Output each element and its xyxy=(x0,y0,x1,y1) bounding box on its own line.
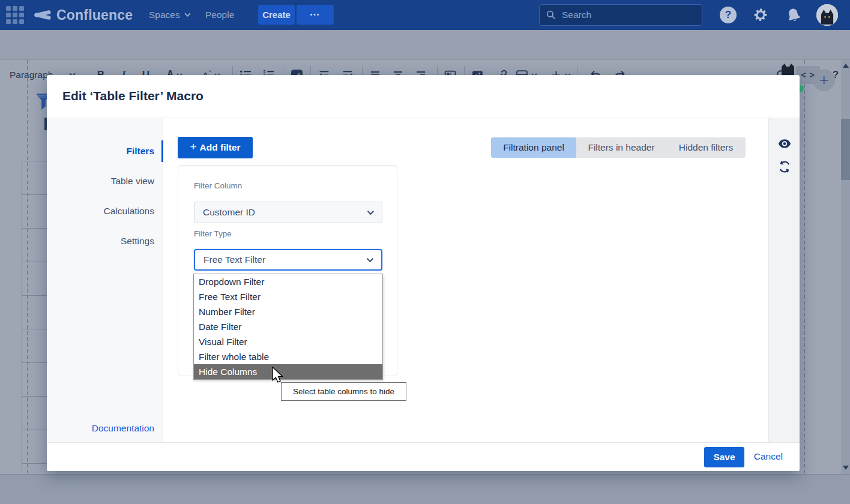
dialog-right-rail xyxy=(768,118,800,442)
option-hide-columns[interactable]: Hide Columns xyxy=(194,364,382,379)
nav-more-button[interactable]: ••• xyxy=(297,5,334,25)
filter-column-select[interactable]: Customer ID xyxy=(194,202,382,223)
option-tooltip: Select table columns to hide xyxy=(281,382,406,401)
sidebar-item-filters[interactable]: Filters xyxy=(47,136,163,166)
filter-type-dropdown-list: Dropdown Filter Free Text Filter Number … xyxy=(193,274,383,380)
cancel-button[interactable]: Cancel xyxy=(754,451,783,462)
dialog-body: Filters Table view Calculations Settings… xyxy=(47,118,800,442)
sidebar-item-settings[interactable]: Settings xyxy=(47,226,163,256)
option-visual-filter[interactable]: Visual Filter xyxy=(194,334,382,349)
option-filter-whole-table[interactable]: Filter whole table xyxy=(194,349,382,364)
option-date-filter[interactable]: Date Filter xyxy=(194,319,382,334)
confluence-logo-icon xyxy=(34,6,52,24)
tab-hidden-filters[interactable]: Hidden filters xyxy=(666,137,746,158)
notifications-bell-icon[interactable] xyxy=(785,7,802,23)
option-dropdown-filter[interactable]: Dropdown Filter xyxy=(194,274,382,289)
sidebar-item-calculations[interactable]: Calculations xyxy=(47,196,163,226)
dialog-sidebar: Filters Table view Calculations Settings… xyxy=(47,118,163,442)
filter-type-select[interactable]: Free Text Filter xyxy=(194,249,382,271)
nav-spaces[interactable]: Spaces xyxy=(149,0,191,30)
help-button[interactable]: ? xyxy=(720,7,737,23)
confluence-logo-text: Confluence xyxy=(56,7,133,23)
ellipsis-icon: ••• xyxy=(310,11,321,18)
dialog-footer: Save Cancel xyxy=(47,442,800,471)
chevron-down-icon xyxy=(367,210,375,215)
tab-filters-in-header[interactable]: Filters in header xyxy=(576,137,666,158)
documentation-link[interactable]: Documentation xyxy=(92,423,154,434)
option-number-filter[interactable]: Number Filter xyxy=(194,304,382,319)
option-free-text-filter[interactable]: Free Text Filter xyxy=(194,289,382,304)
filter-column-label: Filter Column xyxy=(194,181,242,190)
preview-eye-icon[interactable] xyxy=(778,139,791,149)
grid-icon xyxy=(6,6,24,24)
app-switcher-icon[interactable] xyxy=(6,0,25,30)
refresh-icon[interactable] xyxy=(778,160,791,173)
sidebar-item-table-view[interactable]: Table view xyxy=(47,166,163,196)
chevron-down-icon xyxy=(184,13,191,17)
edit-macro-dialog: Edit ‘Table Filter’ Macro Filters Table … xyxy=(47,75,800,471)
dialog-header: Edit ‘Table Filter’ Macro xyxy=(47,75,800,118)
tab-filtration-panel[interactable]: Filtration panel xyxy=(491,137,576,158)
nav-people[interactable]: People xyxy=(205,0,234,30)
dialog-title: Edit ‘Table Filter’ Macro xyxy=(62,89,203,103)
cat-sticker-peek xyxy=(780,63,796,75)
search-input[interactable] xyxy=(562,10,682,20)
filter-display-tabs: Filtration panel Filters in header Hidde… xyxy=(491,137,746,158)
add-filter-button[interactable]: + Add filter xyxy=(178,137,253,158)
filter-type-label: Filter Type xyxy=(194,229,232,238)
save-button[interactable]: Save xyxy=(704,447,744,467)
search-icon xyxy=(546,10,556,20)
nav-search-box[interactable] xyxy=(539,4,702,26)
chevron-down-icon xyxy=(366,257,374,263)
user-avatar[interactable] xyxy=(816,4,838,26)
cat-avatar-image xyxy=(816,4,838,26)
settings-gear-icon[interactable] xyxy=(752,7,769,23)
create-button[interactable]: Create xyxy=(258,5,295,25)
top-navigation: Confluence Spaces People Create ••• ? xyxy=(0,0,850,30)
confluence-logo[interactable]: Confluence xyxy=(34,0,133,30)
plus-icon: + xyxy=(190,140,196,154)
